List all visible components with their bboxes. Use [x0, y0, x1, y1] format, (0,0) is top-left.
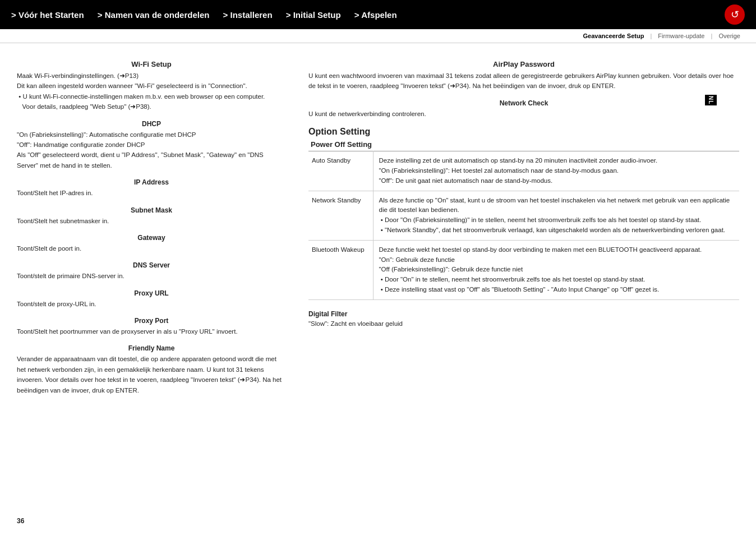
settings-table: Auto Standby Deze instelling zet de unit…: [308, 151, 739, 300]
network-check-body: U kunt de netwerkverbinding controleren.: [308, 109, 739, 119]
sub-nav-sep-2: |: [709, 33, 714, 39]
bluetooth-wakeup-description: Deze functie wekt het toestel op stand-b…: [373, 240, 739, 299]
main-content: Wi-Fi Setup Maak Wi-Fi-verbindinginstell…: [0, 43, 756, 414]
dhcp-body: "On (Fabrieksinstelling)": Automatische …: [17, 130, 286, 171]
friendly-name-body: Verander de apparaatnaam van dit toestel…: [17, 354, 286, 395]
page-number: 36: [17, 517, 24, 525]
power-off-setting-section: Power Off Setting Auto Standby Deze inst…: [308, 140, 739, 300]
nav-sep-3: [278, 10, 280, 20]
ip-address-body: Toont/Stelt het IP-adres in.: [17, 188, 286, 198]
sub-nav-sep-1: |: [648, 33, 653, 39]
nav-sep-2: [215, 10, 217, 20]
friendly-name-section: Friendly Name Verander de apparaatnaam v…: [17, 344, 286, 395]
proxy-url-body: Toont/stelt de proxy-URL in.: [17, 299, 286, 309]
proxy-url-title: Proxy URL: [17, 289, 286, 297]
table-row: Bluetooth Wakeup Deze functie wekt het t…: [308, 240, 739, 299]
gateway-body: Toont/Stelt de poort in.: [17, 243, 286, 253]
network-check-title: Network Check: [308, 99, 739, 107]
auto-standby-description: Deze instelling zet de unit automatisch …: [373, 151, 739, 191]
network-standby-label: Network Standby: [308, 191, 373, 240]
nav-item-voor[interactable]: > Vóór het Starten: [11, 10, 84, 20]
network-standby-description: Als deze functie op "On" staat, kunt u d…: [373, 191, 739, 240]
airplay-password-body: U kunt een wachtwoord invoeren van maxim…: [308, 71, 739, 91]
sub-nav: Geavanceerde Setup | Firmware-update | O…: [0, 29, 756, 43]
dhcp-section: DHCP "On (Fabrieksinstelling)": Automati…: [17, 120, 286, 171]
sub-nav-geavanceerde[interactable]: Geavanceerde Setup: [579, 33, 649, 39]
subnet-mask-title: Subnet Mask: [17, 206, 286, 214]
airplay-password-title: AirPlay Password: [308, 60, 739, 68]
nav-item-namen[interactable]: > Namen van de onderdelen: [98, 10, 210, 20]
airplay-password-section: AirPlay Password U kunt een wachtwoord i…: [308, 60, 739, 91]
nav-item-afspelen[interactable]: > Afspelen: [354, 10, 397, 20]
wifi-setup-body: Maak Wi-Fi-verbindinginstellingen. (➜P13…: [17, 71, 286, 112]
nav-items: > Vóór het Starten > Namen van de onderd…: [11, 10, 397, 20]
bluetooth-wakeup-label: Bluetooth Wakeup: [308, 240, 373, 299]
gateway-section: Gateway Toont/Stelt de poort in.: [17, 234, 286, 253]
ip-address-section: IP Address Toont/Stelt het IP-adres in.: [17, 178, 286, 198]
right-column: AirPlay Password U kunt een wachtwoord i…: [308, 60, 739, 403]
subnet-mask-body: Toont/Stelt het subnetmasker in.: [17, 216, 286, 226]
nav-sep-1: [90, 10, 92, 20]
proxy-port-body: Toont/Stelt het poortnummer van de proxy…: [17, 326, 286, 336]
dhcp-title: DHCP: [17, 120, 286, 128]
digital-filter-body: "Slow": Zacht en vloeibaar geluid: [308, 320, 739, 327]
sub-nav-firmware[interactable]: Firmware-update: [653, 33, 709, 39]
proxy-port-section: Proxy Port Toont/Stelt het poortnummer v…: [17, 317, 286, 336]
sub-nav-overige[interactable]: Overige: [714, 33, 745, 39]
friendly-name-title: Friendly Name: [17, 344, 286, 352]
proxy-port-title: Proxy Port: [17, 317, 286, 325]
left-column: Wi-Fi Setup Maak Wi-Fi-verbindinginstell…: [17, 60, 286, 403]
nav-item-installeren[interactable]: > Installeren: [223, 10, 273, 20]
option-setting-title: Option Setting: [308, 127, 739, 137]
table-row: Auto Standby Deze instelling zet de unit…: [308, 151, 739, 191]
network-check-section: Network Check U kunt de netwerkverbindin…: [308, 99, 739, 119]
nav-item-initial-setup[interactable]: > Initial Setup: [286, 10, 341, 20]
table-row: Network Standby Als deze functie op "On"…: [308, 191, 739, 240]
subnet-mask-section: Subnet Mask Toont/Stelt het subnetmasker…: [17, 206, 286, 226]
dns-server-body: Toont/stelt de primaire DNS-server in.: [17, 271, 286, 281]
nav-sep-4: [347, 10, 349, 20]
digital-filter-section: Digital Filter "Slow": Zacht en vloeibaa…: [308, 310, 739, 327]
ip-address-title: IP Address: [17, 178, 286, 186]
proxy-url-section: Proxy URL Toont/stelt de proxy-URL in.: [17, 289, 286, 309]
top-nav: > Vóór het Starten > Namen van de onderd…: [0, 0, 756, 29]
wifi-setup-section: Wi-Fi Setup Maak Wi-Fi-verbindinginstell…: [17, 60, 286, 112]
auto-standby-label: Auto Standby: [308, 151, 373, 191]
dns-server-section: DNS Server Toont/stelt de primaire DNS-s…: [17, 261, 286, 281]
wifi-setup-title: Wi-Fi Setup: [17, 60, 286, 68]
gateway-title: Gateway: [17, 234, 286, 242]
digital-filter-title: Digital Filter: [308, 310, 739, 318]
dns-server-title: DNS Server: [17, 261, 286, 269]
back-button[interactable]: ↺: [725, 4, 745, 25]
power-off-setting-title: Power Off Setting: [308, 140, 739, 149]
option-setting-section: Option Setting Power Off Setting Auto St…: [308, 127, 739, 327]
